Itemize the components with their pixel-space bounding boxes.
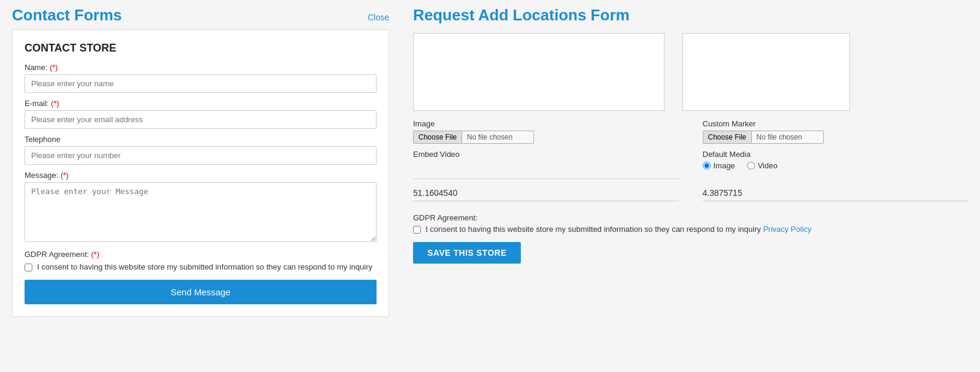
image-choose-file-button[interactable]: Choose File xyxy=(413,131,462,144)
name-field-group: Name: (*) xyxy=(25,63,377,99)
form-section-title: CONTACT STORE xyxy=(25,42,377,55)
message-label: Message: (*) xyxy=(25,171,377,180)
privacy-policy-link[interactable]: Privacy Policy xyxy=(763,225,812,234)
gdpr-consent-row: I consent to having this website store m… xyxy=(25,262,377,271)
gdpr-consent-text-right: I consent to having this website store m… xyxy=(426,225,812,234)
right-panel-inner: Image Choose File No file chosen Custom … xyxy=(413,29,968,264)
gdpr-label-left: GDPR Agreement: (*) xyxy=(25,250,377,259)
name-label: Name: (*) xyxy=(25,63,377,72)
image-file-input-row: Choose File No file chosen xyxy=(413,131,679,144)
gdpr-consent-text: I consent to having this website store m… xyxy=(37,262,372,271)
radio-video[interactable] xyxy=(747,162,755,170)
radio-image[interactable] xyxy=(703,162,711,170)
telephone-field-group: Telephone xyxy=(25,135,377,171)
send-message-button[interactable]: Send Message xyxy=(25,280,377,304)
custom-marker-preview-box xyxy=(682,33,850,111)
custom-marker-file-input-row: Choose File No file chosen xyxy=(703,131,969,144)
telephone-input[interactable] xyxy=(25,146,377,165)
custom-marker-label: Custom Marker xyxy=(703,119,969,128)
gdpr-checkbox[interactable] xyxy=(25,264,32,271)
embed-video-input[interactable] xyxy=(413,164,679,179)
email-field-group: E-mail: (*) xyxy=(25,99,377,135)
image-label: Image xyxy=(413,119,679,128)
email-input[interactable] xyxy=(25,110,377,129)
email-label: E-mail: (*) xyxy=(25,99,377,108)
custom-marker-file-name: No file chosen xyxy=(752,131,824,144)
gdpr-row-right: GDPR Agreement: I consent to having this… xyxy=(413,213,968,234)
embed-video-label: Embed Video xyxy=(413,150,679,159)
radio-video-label[interactable]: Video xyxy=(747,161,778,170)
custom-marker-col: Custom Marker Choose File No file chosen xyxy=(703,119,969,144)
gdpr-label-right: GDPR Agreement: xyxy=(413,213,968,222)
default-media-radio-group: Image Video xyxy=(703,161,969,170)
embed-video-col: Embed Video xyxy=(413,150,679,179)
gdpr-consent-row-right: I consent to having this website store m… xyxy=(413,225,968,234)
message-textarea[interactable] xyxy=(25,182,377,242)
contact-store-form-box: CONTACT STORE Name: (*) E-mail: (*) Tele… xyxy=(12,29,389,317)
custom-marker-choose-file-button[interactable]: Choose File xyxy=(703,131,752,144)
image-preview-box xyxy=(413,33,665,111)
image-file-col: Image Choose File No file chosen xyxy=(413,119,679,144)
right-panel: Request Add Locations Form Image Choose … xyxy=(401,0,980,372)
left-panel-title: Contact Forms xyxy=(12,6,389,25)
latitude-value: 51.1604540 xyxy=(413,185,679,201)
radio-image-label[interactable]: Image xyxy=(703,161,735,170)
gdpr-checkbox-right[interactable] xyxy=(413,226,421,234)
save-this-store-button[interactable]: SAVE THIS STORE xyxy=(413,242,521,264)
default-media-col: Default Media Image Video xyxy=(703,150,969,170)
lat-col: 51.1604540 xyxy=(413,185,679,207)
image-file-name: No file chosen xyxy=(462,131,534,144)
file-inputs-row: Image Choose File No file chosen Custom … xyxy=(413,119,968,144)
message-field-group: Message: (*) xyxy=(25,171,377,250)
coordinates-row: 51.1604540 4.3875715 xyxy=(413,185,968,207)
right-panel-title: Request Add Locations Form xyxy=(413,6,968,25)
default-media-label: Default Media xyxy=(703,150,969,159)
lng-col: 4.3875715 xyxy=(703,185,969,207)
longitude-value: 4.3875715 xyxy=(703,185,969,201)
left-panel: Contact Forms Close CONTACT STORE Name: … xyxy=(0,0,401,372)
telephone-label: Telephone xyxy=(25,135,377,144)
embed-default-media-row: Embed Video Default Media Image Video xyxy=(413,150,968,179)
close-link[interactable]: Close xyxy=(368,13,389,22)
name-input[interactable] xyxy=(25,74,377,93)
image-previews-row xyxy=(413,33,968,111)
